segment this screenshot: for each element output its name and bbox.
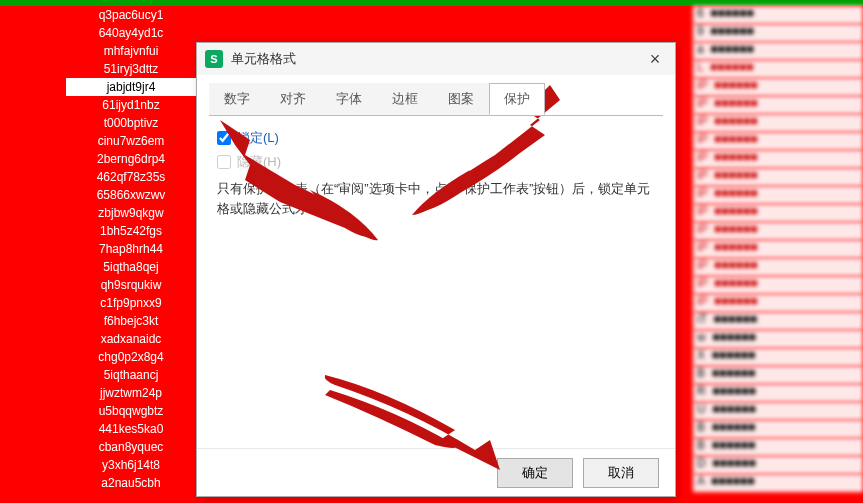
- list-item: X ■■■■■■: [693, 348, 863, 366]
- list-item: iP ■■■■■■: [693, 240, 863, 258]
- cell-format-dialog: S 单元格格式 × 数字对齐字体边框图案保护 锁定(L) 隐藏(H) 只有保护工…: [196, 42, 676, 497]
- cancel-button[interactable]: 取消: [583, 458, 659, 488]
- wps-app-icon: S: [205, 50, 223, 68]
- list-item[interactable]: 65866xwzwv: [66, 186, 196, 204]
- list-item[interactable]: 462qf78z35s: [66, 168, 196, 186]
- list-item: iP ■■■■■■: [693, 258, 863, 276]
- tab-border[interactable]: 边框: [377, 83, 433, 115]
- list-item[interactable]: y3xh6j14t8: [66, 456, 196, 474]
- list-item[interactable]: c1fp9pnxx9: [66, 294, 196, 312]
- list-item[interactable]: u5bqqwgbtz: [66, 402, 196, 420]
- lock-checkbox-row[interactable]: 锁定(L): [217, 129, 655, 147]
- list-item[interactable]: 441kes5ka0: [66, 420, 196, 438]
- list-item[interactable]: q3pac6ucy1: [66, 6, 196, 24]
- tab-font[interactable]: 字体: [321, 83, 377, 115]
- list-item: iP ■■■■■■: [693, 276, 863, 294]
- tab-pattern[interactable]: 图案: [433, 83, 489, 115]
- list-item[interactable]: 5iqtha8qej: [66, 258, 196, 276]
- list-item[interactable]: 5iqthaancj: [66, 366, 196, 384]
- list-item: iT ■■■■■■: [693, 312, 863, 330]
- lock-label: 锁定(L): [237, 129, 279, 147]
- list-item: A ■■■■■■: [693, 474, 863, 492]
- list-item: B ■■■■■■: [693, 438, 863, 456]
- list-item[interactable]: chg0p2x8g4: [66, 348, 196, 366]
- tab-align[interactable]: 对齐: [265, 83, 321, 115]
- list-item[interactable]: jabjdt9jr4: [66, 78, 196, 96]
- list-item: U ■■■■■■: [693, 402, 863, 420]
- tab-bar: 数字对齐字体边框图案保护: [197, 75, 675, 116]
- dialog-title: 单元格格式: [231, 50, 643, 68]
- tab-number[interactable]: 数字: [209, 83, 265, 115]
- list-item: iP ■■■■■■: [693, 168, 863, 186]
- list-item: iP ■■■■■■: [693, 294, 863, 312]
- list-item[interactable]: 51iryj3dttz: [66, 60, 196, 78]
- list-item[interactable]: qh9srqukiw: [66, 276, 196, 294]
- list-item[interactable]: 2berng6drp4: [66, 150, 196, 168]
- hide-checkbox-row[interactable]: 隐藏(H): [217, 153, 655, 171]
- list-item: iP ■■■■■■: [693, 186, 863, 204]
- list-item: B ■■■■■■: [693, 366, 863, 384]
- list-item[interactable]: cban8yquec: [66, 438, 196, 456]
- list-item[interactable]: cinu7wz6em: [66, 132, 196, 150]
- list-item[interactable]: jjwztwm24p: [66, 384, 196, 402]
- list-item[interactable]: f6hbejc3kt: [66, 312, 196, 330]
- list-item[interactable]: mhfajvnfui: [66, 42, 196, 60]
- protect-description: 只有保护工作表（在“审阅”选项卡中，点击“保护工作表”按钮）后，锁定单元格或隐藏…: [217, 179, 655, 219]
- dialog-titlebar: S 单元格格式 ×: [197, 43, 675, 75]
- left-column: q3pac6ucy1640ay4yd1cmhfajvnfui51iryj3dtt…: [66, 6, 196, 492]
- right-column: 6 ■■■■■■9 ■■■■■■a ■■■■■■L ■■■■■■iP ■■■■■…: [693, 6, 863, 492]
- dialog-button-bar: 确定 取消: [197, 448, 675, 496]
- ok-button[interactable]: 确定: [497, 458, 573, 488]
- tab-protect[interactable]: 保护: [489, 83, 545, 115]
- list-item[interactable]: xadxanaidc: [66, 330, 196, 348]
- list-item: iP ■■■■■■: [693, 132, 863, 150]
- close-icon[interactable]: ×: [643, 50, 667, 68]
- list-item: iP ■■■■■■: [693, 150, 863, 168]
- list-item: iP ■■■■■■: [693, 78, 863, 96]
- list-item[interactable]: 7hap8hrh44: [66, 240, 196, 258]
- list-item: iP ■■■■■■: [693, 96, 863, 114]
- list-item: iP ■■■■■■: [693, 204, 863, 222]
- list-item[interactable]: zbjbw9qkgw: [66, 204, 196, 222]
- list-item: 9 ■■■■■■: [693, 24, 863, 42]
- list-item: 6 ■■■■■■: [693, 6, 863, 24]
- list-item: iP ■■■■■■: [693, 114, 863, 132]
- list-item[interactable]: 61ijyd1nbz: [66, 96, 196, 114]
- list-item[interactable]: 1bh5z42fgs: [66, 222, 196, 240]
- list-item[interactable]: a2nau5cbh: [66, 474, 196, 492]
- tab-content-protect: 锁定(L) 隐藏(H) 只有保护工作表（在“审阅”选项卡中，点击“保护工作表”按…: [197, 117, 675, 448]
- list-item: iP ■■■■■■: [693, 222, 863, 240]
- list-item: a ■■■■■■: [693, 42, 863, 60]
- list-item: D ■■■■■■: [693, 456, 863, 474]
- list-item: R ■■■■■■: [693, 384, 863, 402]
- list-item[interactable]: 640ay4yd1c: [66, 24, 196, 42]
- list-item[interactable]: t000bptivz: [66, 114, 196, 132]
- list-item: L ■■■■■■: [693, 60, 863, 78]
- tabbar-underline: [209, 115, 663, 116]
- list-item: B ■■■■■■: [693, 420, 863, 438]
- hide-label: 隐藏(H): [237, 153, 281, 171]
- list-item: w ■■■■■■: [693, 330, 863, 348]
- lock-checkbox[interactable]: [217, 131, 231, 145]
- hide-checkbox[interactable]: [217, 155, 231, 169]
